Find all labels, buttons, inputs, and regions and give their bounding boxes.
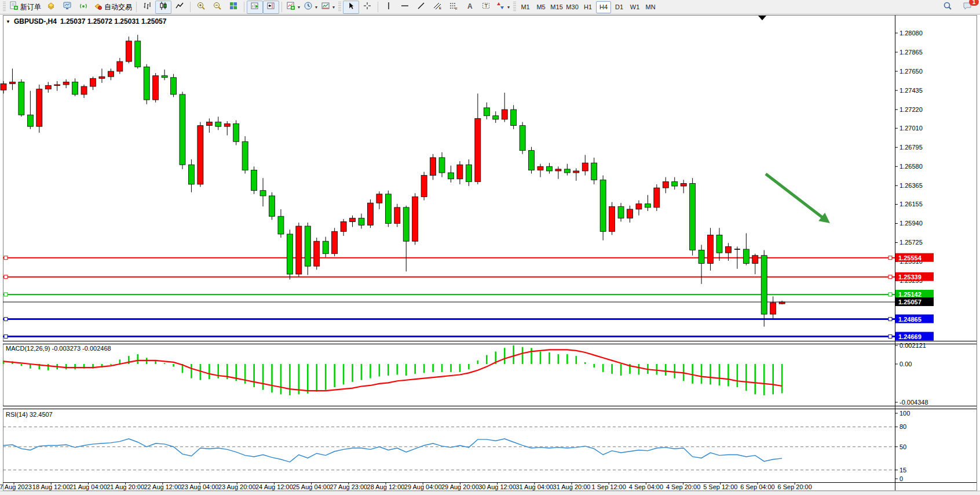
line-anchor-handle[interactable] bbox=[4, 275, 8, 279]
one-click-trading-toggle-icon[interactable]: ▼ bbox=[6, 19, 10, 24]
candle-body bbox=[206, 122, 212, 126]
price-line-label: 1.25142 bbox=[898, 291, 922, 298]
price-axis-tick-label: 1.25940 bbox=[899, 220, 923, 227]
time-axis-label[interactable]: 29 Aug 04:00 bbox=[404, 483, 442, 490]
candle-body bbox=[511, 110, 517, 126]
candle-body bbox=[708, 235, 714, 263]
candle-body bbox=[725, 246, 731, 253]
candle-body bbox=[537, 166, 543, 170]
rsi-value: 32.4507 bbox=[30, 411, 53, 418]
price-axis-tick-label: 1.25725 bbox=[899, 239, 923, 246]
line-anchor-handle[interactable] bbox=[888, 256, 892, 260]
line-anchor-handle[interactable] bbox=[4, 335, 8, 339]
time-axis-label[interactable]: 21 Aug 20:00 bbox=[107, 483, 144, 490]
candle-body bbox=[403, 208, 409, 241]
time-axis-label[interactable]: 6 Sep 04:00 bbox=[740, 483, 774, 490]
candle-body bbox=[484, 108, 489, 116]
candle-body bbox=[609, 206, 615, 231]
price-line-label: 1.25554 bbox=[898, 254, 922, 261]
candle-body bbox=[1, 83, 6, 90]
time-axis-label[interactable]: 23 Aug 20:00 bbox=[218, 483, 256, 490]
time-axis-label[interactable]: 31 Aug 04:00 bbox=[515, 483, 553, 490]
candle-body bbox=[153, 76, 159, 100]
candle-body bbox=[627, 209, 633, 218]
candle-body bbox=[394, 208, 400, 224]
price-axis-tick-label: 1.26155 bbox=[899, 201, 923, 208]
time-axis-label[interactable]: 30 Aug 12:00 bbox=[478, 483, 516, 490]
candle-body bbox=[663, 181, 668, 188]
candle-body bbox=[251, 170, 257, 190]
time-axis-label[interactable]: 21 Aug 04:00 bbox=[70, 483, 107, 490]
candle-body bbox=[770, 303, 776, 314]
line-anchor-handle[interactable] bbox=[888, 275, 892, 279]
candle-body bbox=[323, 241, 328, 253]
line-anchor-handle[interactable] bbox=[4, 318, 8, 321]
candle-body bbox=[439, 158, 445, 173]
time-axis-label[interactable]: 18 Aug 12:00 bbox=[32, 483, 70, 490]
rsi-axis-label: 100 bbox=[899, 410, 910, 417]
symbol-period-label: GBPUSD-,H4 bbox=[14, 17, 57, 26]
candle-body bbox=[45, 86, 51, 89]
time-axis-label[interactable]: 29 Aug 20:00 bbox=[441, 483, 479, 490]
candle-body bbox=[672, 181, 678, 186]
candle-body bbox=[341, 221, 346, 231]
candle-body bbox=[376, 194, 382, 203]
time-axis-label[interactable]: 5 Sep 12:00 bbox=[703, 483, 737, 490]
candle-body bbox=[412, 196, 418, 241]
time-axis-label[interactable]: 17 Aug 2023 bbox=[0, 483, 32, 490]
time-axis-label[interactable]: 4 Sep 04:00 bbox=[629, 483, 663, 490]
price-axis-tick-label: 1.27220 bbox=[899, 106, 923, 113]
time-axis-label[interactable]: 6 Sep 20:00 bbox=[778, 483, 812, 490]
time-axis-label[interactable]: 25 Aug 04:00 bbox=[292, 483, 330, 490]
line-anchor-handle[interactable] bbox=[888, 318, 892, 321]
candle-body bbox=[502, 110, 507, 119]
ohlc-readout: 1.25037 1.25072 1.25031 1.25057 bbox=[60, 17, 167, 26]
candle-body bbox=[72, 82, 78, 94]
line-anchor-handle[interactable] bbox=[4, 293, 8, 296]
candle-body bbox=[690, 183, 696, 250]
candle-body bbox=[430, 158, 436, 176]
time-axis-label[interactable]: 24 Aug 12:00 bbox=[255, 483, 293, 490]
rsi-axis-label: 15 bbox=[899, 467, 906, 474]
candle-body bbox=[260, 191, 266, 196]
candle-body bbox=[36, 89, 42, 126]
candle-body bbox=[421, 176, 427, 197]
time-axis-label[interactable]: 28 Aug 12:00 bbox=[367, 483, 405, 490]
price-axis-tick-label: 1.27010 bbox=[899, 125, 923, 132]
line-anchor-handle[interactable] bbox=[888, 293, 892, 296]
candle-body bbox=[90, 78, 96, 86]
line-anchor-handle[interactable] bbox=[4, 256, 8, 260]
time-axis-label[interactable]: 22 Aug 12:00 bbox=[144, 483, 181, 490]
chart-canvas[interactable]: 1.280801.278651.276501.274351.272201.270… bbox=[0, 0, 980, 495]
time-axis-label[interactable]: 4 Sep 20:00 bbox=[666, 483, 700, 490]
candle-body bbox=[493, 116, 499, 119]
time-axis-label[interactable]: 27 Aug 23:00 bbox=[330, 483, 367, 490]
price-axis-tick-label: 1.27435 bbox=[899, 87, 923, 94]
time-axis-label[interactable]: 1 Sep 12:00 bbox=[592, 483, 626, 490]
time-axis-label[interactable]: 31 Aug 20:00 bbox=[553, 483, 591, 490]
candle-body bbox=[224, 124, 230, 127]
candle-body bbox=[359, 218, 364, 225]
macd-indicator-label: MACD(12,26,9) -0.003273 -0.002468 bbox=[6, 345, 111, 352]
candle-body bbox=[242, 141, 248, 170]
macd-axis-label: 0.00 bbox=[899, 361, 912, 367]
price-axis-tick-label: 1.28080 bbox=[899, 30, 923, 37]
price-axis-tick-label: 1.26580 bbox=[899, 163, 923, 170]
time-axis-label[interactable]: 23 Aug 04:00 bbox=[181, 483, 219, 490]
candle-body bbox=[716, 235, 722, 253]
candle-body bbox=[529, 151, 535, 170]
candle-body bbox=[636, 204, 642, 209]
candle-body bbox=[180, 94, 185, 165]
candle-body bbox=[27, 115, 33, 126]
price-axis-tick-label: 1.27650 bbox=[899, 68, 923, 75]
candle-body bbox=[269, 196, 275, 216]
candle-body bbox=[681, 183, 686, 186]
candle-body bbox=[314, 241, 320, 266]
candle-body bbox=[188, 165, 194, 184]
line-anchor-handle[interactable] bbox=[888, 335, 892, 339]
candle-body bbox=[108, 71, 114, 77]
candle-body bbox=[448, 173, 454, 179]
rsi-name: RSI(14) bbox=[6, 411, 28, 418]
candle-body bbox=[582, 163, 588, 171]
price-line-label: 1.25057 bbox=[898, 299, 922, 305]
